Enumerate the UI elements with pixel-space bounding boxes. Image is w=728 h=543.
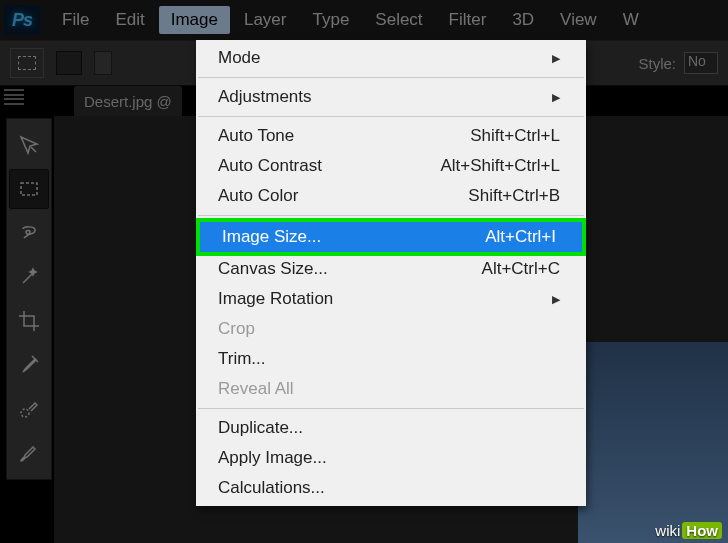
menu-item-filter[interactable]: Filter: [437, 6, 499, 34]
menu-item-auto-contrast[interactable]: Auto ContrastAlt+Shift+Ctrl+L: [196, 151, 586, 181]
menu-item-edit[interactable]: Edit: [103, 6, 156, 34]
crop-icon: [17, 309, 41, 333]
menu-item-view[interactable]: View: [548, 6, 609, 34]
options-swatch-inset[interactable]: [94, 51, 112, 75]
move-icon: [17, 133, 41, 157]
menu-item-label: Apply Image...: [218, 448, 327, 468]
menu-item-shortcut: Shift+Ctrl+L: [470, 126, 560, 146]
submenu-arrow-icon: ▶: [552, 52, 560, 65]
panel-grip-icon[interactable]: [4, 88, 24, 106]
tool-lasso[interactable]: [9, 213, 49, 253]
menu-item-label: Image Rotation: [218, 289, 333, 309]
menu-item-label: Adjustments: [218, 87, 312, 107]
menu-item-canvas-size[interactable]: Canvas Size...Alt+Ctrl+C: [196, 254, 586, 284]
menu-item-shortcut: Shift+Ctrl+B: [468, 186, 560, 206]
options-swatch-dark[interactable]: [56, 51, 82, 75]
menu-separator: [198, 77, 584, 78]
menu-item-file[interactable]: File: [50, 6, 101, 34]
tool-brush[interactable]: [9, 433, 49, 473]
style-select[interactable]: No: [684, 52, 718, 74]
menu-item-trim[interactable]: Trim...: [196, 344, 586, 374]
menu-item-3d[interactable]: 3D: [500, 6, 546, 34]
menu-item-layer[interactable]: Layer: [232, 6, 299, 34]
menu-item-label: Auto Tone: [218, 126, 294, 146]
app-logo: Ps: [4, 5, 40, 35]
menu-item-reveal-all: Reveal All: [196, 374, 586, 404]
menubar: Ps FileEditImageLayerTypeSelectFilter3DV…: [0, 0, 728, 40]
submenu-arrow-icon: ▶: [552, 293, 560, 306]
menu-item-image-size[interactable]: Image Size...Alt+Ctrl+I: [200, 222, 582, 252]
menu-item-auto-tone[interactable]: Auto ToneShift+Ctrl+L: [196, 121, 586, 151]
tool-crop[interactable]: [9, 301, 49, 341]
menu-item-select[interactable]: Select: [363, 6, 434, 34]
menu-item-shortcut: Alt+Shift+Ctrl+L: [440, 156, 560, 176]
menu-item-adjustments[interactable]: Adjustments▶: [196, 82, 586, 112]
menu-item-crop: Crop: [196, 314, 586, 344]
marquee-icon: [17, 177, 41, 201]
tool-eyedropper[interactable]: [9, 345, 49, 385]
menu-item-label: Auto Contrast: [218, 156, 322, 176]
tools-panel: [6, 118, 52, 480]
menu-item-label: Crop: [218, 319, 255, 339]
menu-item-shortcut: Alt+Ctrl+I: [485, 227, 556, 247]
menu-item-type[interactable]: Type: [300, 6, 361, 34]
menu-item-image-rotation[interactable]: Image Rotation▶: [196, 284, 586, 314]
submenu-arrow-icon: ▶: [552, 91, 560, 104]
style-label: Style:: [638, 55, 676, 72]
menu-item-mode[interactable]: Mode▶: [196, 43, 586, 73]
menu-item-label: Calculations...: [218, 478, 325, 498]
app-logo-text: Ps: [12, 10, 32, 31]
menu-item-label: Trim...: [218, 349, 266, 369]
menu-item-apply-image[interactable]: Apply Image...: [196, 443, 586, 473]
document-tab[interactable]: Desert.jpg @: [74, 86, 182, 116]
menu-item-shortcut: Alt+Ctrl+C: [482, 259, 560, 279]
menu-item-duplicate[interactable]: Duplicate...: [196, 413, 586, 443]
tool-magic-wand[interactable]: [9, 257, 49, 297]
tool-marquee[interactable]: [9, 169, 49, 209]
svg-rect-0: [21, 183, 37, 195]
menu-item-auto-color[interactable]: Auto ColorShift+Ctrl+B: [196, 181, 586, 211]
tool-healing-brush[interactable]: [9, 389, 49, 429]
menu-separator: [198, 215, 584, 216]
watermark-how: How: [682, 522, 722, 539]
wikihow-watermark: wikiHow: [655, 522, 722, 539]
highlight-frame: Image Size...Alt+Ctrl+I: [196, 218, 586, 256]
menu-item-w[interactable]: W: [611, 6, 651, 34]
svg-point-1: [21, 409, 29, 417]
menu-item-label: Image Size...: [222, 227, 321, 247]
menu-item-calculations[interactable]: Calculations...: [196, 473, 586, 503]
marquee-icon: [18, 56, 36, 70]
menu-item-label: Auto Color: [218, 186, 298, 206]
options-right-group: Style: No: [630, 52, 718, 74]
options-tool-preset[interactable]: [10, 48, 44, 78]
watermark-wiki: wiki: [655, 522, 680, 539]
menu-separator: [198, 116, 584, 117]
eyedropper-icon: [17, 353, 41, 377]
menu-separator: [198, 408, 584, 409]
menu-item-label: Duplicate...: [218, 418, 303, 438]
document-preview: [578, 342, 728, 543]
tool-move[interactable]: [9, 125, 49, 165]
magic-wand-icon: [17, 265, 41, 289]
image-menu-dropdown: Mode▶Adjustments▶Auto ToneShift+Ctrl+LAu…: [196, 40, 586, 506]
brush-icon: [17, 441, 41, 465]
menu-item-label: Canvas Size...: [218, 259, 328, 279]
menu-item-image[interactable]: Image: [159, 6, 230, 34]
menu-item-label: Reveal All: [218, 379, 294, 399]
lasso-icon: [17, 221, 41, 245]
healing-brush-icon: [17, 397, 41, 421]
menu-item-label: Mode: [218, 48, 261, 68]
